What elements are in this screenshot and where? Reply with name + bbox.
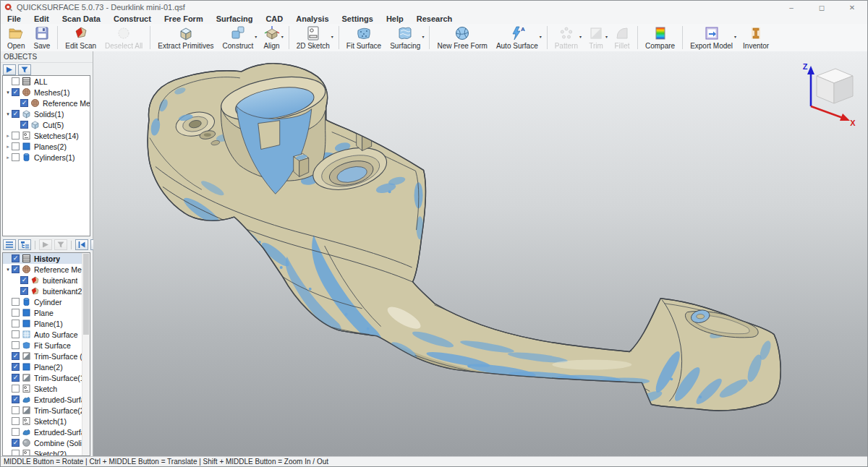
tree-item-reference-mesh[interactable]: ▾✓Reference Mesh [3, 264, 90, 275]
collapse-icon[interactable]: ▾ [4, 90, 12, 95]
tree-item-history[interactable]: ✓History [3, 253, 90, 264]
model-door-handle[interactable] [93, 51, 867, 456]
expand-icon[interactable]: ▸ [4, 155, 12, 160]
tree-item-buitenkant2[interactable]: ✓buitenkant2 [3, 286, 90, 296]
tree-item-all[interactable]: ALL [3, 76, 90, 87]
visibility-checkbox[interactable] [12, 320, 20, 327]
maximize-button[interactable]: ◻ [807, 1, 837, 14]
visibility-checkbox[interactable] [12, 417, 20, 425]
visibility-checkbox[interactable] [12, 309, 20, 317]
visibility-checkbox[interactable] [12, 77, 20, 85]
tree-item-reference-mesh-t-62[interactable]: ✓Reference Mesh (T: 62 [3, 98, 90, 108]
menu-scan-data[interactable]: Scan Data [56, 14, 107, 24]
expand-icon[interactable]: ▸ [4, 144, 12, 150]
auto-surface-button[interactable]: AAuto Surface [492, 24, 542, 51]
visibility-checkbox[interactable] [12, 406, 20, 414]
menu-research[interactable]: Research [410, 14, 459, 24]
collapse-icon[interactable]: ▾ [4, 267, 12, 273]
orientation-cube[interactable]: Z X [788, 60, 857, 127]
tree-item-extruded-surface-solid[interactable]: ✓Extruded-Surface (Solid [3, 394, 90, 405]
visibility-checkbox[interactable]: ✓ [20, 121, 28, 129]
tree-item-cylinder[interactable]: Cylinder [3, 296, 90, 307]
menu-analysis[interactable]: Analysis [289, 14, 335, 24]
tree-item-cut-5[interactable]: ✓Cut(5) [3, 119, 90, 130]
history-skip-start-button[interactable] [75, 239, 88, 250]
visibility-checkbox[interactable] [12, 132, 20, 140]
visibility-checkbox[interactable]: ✓ [12, 352, 20, 360]
tree-item-plane-1[interactable]: Plane(1) [3, 318, 90, 329]
tree-item-trim-surface-2-solid-b[interactable]: Trim-Surface(2) (Solid B [3, 405, 90, 416]
menu-free-form[interactable]: Free Form [158, 14, 210, 24]
menu-edit[interactable]: Edit [27, 14, 56, 24]
surfacing-button[interactable]: Surfacing [386, 24, 425, 51]
tree-item-trim-surface-1-surfac[interactable]: ✓Trim-Surface(1) (Surfac [3, 372, 90, 383]
dropdown-arrow-icon[interactable]: ▾ [281, 34, 284, 51]
visibility-checkbox[interactable]: ✓ [12, 374, 20, 382]
visibility-checkbox[interactable]: ✓ [20, 99, 28, 107]
visibility-checkbox[interactable] [12, 450, 20, 456]
tree-item-planes-2[interactable]: ▸Planes(2) [3, 141, 90, 152]
tree-item-combine-solid-body[interactable]: ✓Combine (Solid Body) [3, 437, 90, 448]
inventor-button[interactable]: Inventor [739, 24, 773, 51]
edit-scan-button[interactable]: Edit Scan [61, 24, 101, 51]
objects-filter-button[interactable] [18, 64, 31, 75]
close-button[interactable]: ✕ [837, 1, 867, 14]
viewport-3d[interactable]: Z X [93, 51, 867, 456]
visibility-checkbox[interactable]: ✓ [12, 88, 20, 96]
menu-help[interactable]: Help [380, 14, 410, 24]
visibility-checkbox[interactable]: ✓ [12, 395, 20, 403]
tree-item-solids-1[interactable]: ▾✓Solids(1) [3, 108, 90, 119]
construct-button[interactable]: Construct [218, 24, 258, 51]
tree-item-trim-surface-surface-b[interactable]: ✓Trim-Surface (Surface B [3, 351, 90, 361]
extract-primitives-button[interactable]: Extract Primitives [153, 24, 218, 51]
new-free-form-button[interactable]: New Free Form [433, 24, 491, 51]
tree-item-sketch[interactable]: Sketch [3, 383, 90, 394]
tree-item-cylinders-1[interactable]: ▸Cylinders(1) [3, 152, 90, 163]
tree-item-meshes-1[interactable]: ▾✓Meshes(1) [3, 87, 90, 98]
visibility-checkbox[interactable]: ✓ [20, 287, 28, 295]
menu-cad[interactable]: CAD [259, 14, 289, 24]
visibility-checkbox[interactable]: ✓ [12, 110, 20, 118]
menu-file[interactable]: File [1, 14, 27, 24]
expand-icon[interactable]: ▸ [4, 133, 12, 139]
compare-button[interactable]: Compare [641, 24, 679, 51]
menu-settings[interactable]: Settings [336, 14, 380, 24]
dropdown-arrow-icon[interactable]: ▾ [331, 34, 333, 51]
visibility-checkbox[interactable] [12, 385, 20, 393]
visibility-checkbox[interactable]: ✓ [12, 439, 20, 447]
dropdown-arrow-icon[interactable]: ▾ [422, 34, 424, 51]
tree-item-fit-surface[interactable]: Fit Surface [3, 340, 90, 351]
visibility-checkbox[interactable] [12, 428, 20, 436]
fit-surface-button[interactable]: Fit Surface [342, 24, 386, 51]
tree-item-sketch-1[interactable]: Sketch(1) [3, 416, 90, 427]
tree-item-plane[interactable]: Plane [3, 307, 90, 318]
visibility-checkbox[interactable] [12, 298, 20, 306]
menu-construct[interactable]: Construct [107, 14, 158, 24]
save-button[interactable]: Save [29, 24, 54, 51]
align-button[interactable]: Align [259, 24, 284, 51]
2d-sketch-button[interactable]: 2D Sketch [292, 24, 334, 51]
tree-item-plane-2[interactable]: ✓Plane(2) [3, 361, 90, 372]
visibility-checkbox[interactable]: ✓ [12, 363, 20, 371]
menu-surfacing[interactable]: Surfacing [210, 14, 260, 24]
history-tree-view-button[interactable] [18, 239, 31, 250]
collapse-icon[interactable]: ▾ [4, 111, 12, 117]
visibility-checkbox[interactable] [12, 341, 20, 349]
scrollbar-thumb[interactable] [83, 254, 89, 335]
tree-item-extruded-surface-1-so[interactable]: Extruded-Surface(1) (So [3, 427, 90, 437]
dropdown-arrow-icon[interactable]: ▾ [540, 34, 542, 51]
history-list-view-button[interactable] [3, 239, 16, 250]
visibility-checkbox[interactable] [12, 142, 20, 150]
tree-item-sketch-2[interactable]: Sketch(2) [3, 448, 90, 456]
dropdown-arrow-icon[interactable]: ▾ [734, 34, 736, 51]
visibility-checkbox[interactable]: ✓ [12, 254, 20, 262]
tree-item-sketches-14[interactable]: ▸Sketches(14) [3, 130, 90, 141]
visibility-checkbox[interactable] [12, 153, 20, 161]
visibility-checkbox[interactable]: ✓ [12, 265, 20, 273]
tree-item-buitenkant[interactable]: ✓buitenkant [3, 275, 90, 286]
dropdown-arrow-icon[interactable]: ▾ [255, 34, 257, 51]
objects-play-button[interactable] [3, 64, 16, 75]
minimize-button[interactable]: – [776, 1, 807, 14]
open-button[interactable]: Open [3, 24, 29, 51]
scrollbar[interactable] [82, 253, 90, 455]
